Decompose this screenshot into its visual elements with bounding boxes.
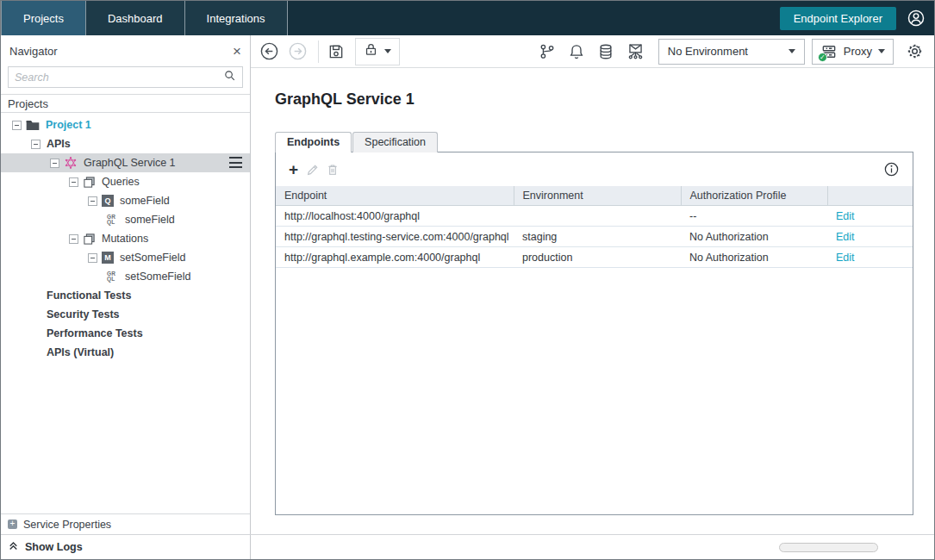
auth-lock-button[interactable] (355, 38, 400, 65)
double-chevron-up-icon (8, 540, 19, 554)
edit-link[interactable]: Edit (836, 210, 855, 222)
bell-icon[interactable] (568, 43, 585, 60)
tree-item-label: GraphQL Service 1 (84, 157, 176, 169)
tree-item-functional-tests[interactable]: Functional Tests (1, 286, 250, 305)
gear-icon[interactable] (906, 42, 924, 60)
tree-item-label: someField (120, 195, 170, 207)
caret-down-icon (384, 49, 391, 53)
navigator-panel: Navigator × Projects Project 1APIsGraphQ… (1, 35, 251, 534)
show-logs-button[interactable]: Show Logs (1, 535, 251, 559)
nav-tab-projects[interactable]: Projects (2, 1, 86, 35)
plus-box-icon: + (8, 520, 17, 529)
authorization-cell: No Authorization (681, 227, 827, 247)
tree-item-queries[interactable]: Queries (1, 172, 250, 191)
tree-item-setsomefield[interactable]: MsetSomeField (1, 248, 250, 267)
main-toolbar-right: No Environment ✓ Proxy (527, 39, 924, 65)
environment-cell: staging (514, 227, 681, 247)
environment-select[interactable]: No Environment (658, 39, 805, 65)
top-nav-right: Endpoint Explorer (780, 1, 934, 35)
projects-section-header[interactable]: Projects (1, 94, 250, 113)
back-icon[interactable] (259, 41, 279, 61)
search-box (8, 66, 243, 88)
endpoints-toolbar: + (276, 152, 913, 186)
check-badge-icon: ✓ (818, 53, 827, 62)
search-icon[interactable] (223, 69, 236, 85)
delete-icon[interactable] (326, 163, 340, 177)
toolbar-separator (318, 40, 319, 63)
page-title: GraphQL Service 1 (275, 90, 934, 109)
collapse-expander-icon[interactable] (12, 121, 22, 130)
top-nav-tabs: ProjectsDashboardIntegrations (1, 1, 288, 35)
service-properties-row[interactable]: + Service Properties (1, 513, 250, 534)
database-icon[interactable] (597, 43, 614, 60)
tree-item-performance-tests[interactable]: Performance Tests (1, 324, 250, 343)
collapse-expander-icon[interactable] (69, 177, 78, 187)
tree-item-setsomefield[interactable]: GRQLsetSomeField (1, 267, 250, 286)
graphql-field-icon: GRQL (107, 215, 119, 225)
horizontal-scrollbar[interactable] (779, 543, 878, 552)
tree-item-apis[interactable]: APIs (1, 134, 250, 153)
tree-item-somefield[interactable]: QsomeField (1, 191, 250, 210)
mutation-badge-icon: M (102, 252, 114, 264)
add-icon[interactable]: + (289, 161, 298, 177)
tree-item-label: Mutations (102, 233, 148, 245)
endpoints-panel: + (275, 152, 913, 515)
authorization-cell: -- (681, 206, 827, 227)
project-tree: Project 1APIsGraphQL Service 1QueriesQso… (1, 113, 250, 362)
layers-icon (83, 176, 96, 189)
edit-link[interactable]: Edit (836, 231, 855, 243)
table-row: http://localhost:4000/graphql--Edit (276, 206, 913, 227)
save-icon[interactable] (327, 43, 345, 60)
proxy-button[interactable]: ✓ Proxy (812, 39, 894, 65)
navigator-title: Navigator (9, 45, 58, 58)
folder-icon (26, 119, 40, 131)
tree-item-label: someField (125, 214, 175, 226)
collapse-expander-icon[interactable] (50, 159, 59, 168)
graphql-icon (64, 156, 78, 170)
action-cell: Edit (827, 247, 913, 268)
tree-item-somefield[interactable]: GRQLsomeField (1, 210, 250, 229)
tab-specification[interactable]: Specification (352, 132, 438, 152)
collapse-expander-icon[interactable] (88, 196, 97, 206)
nav-tab-integrations[interactable]: Integrations (185, 1, 288, 35)
main-toolbar: No Environment ✓ Proxy (251, 35, 934, 68)
tree-item-project-1[interactable]: Project 1 (1, 115, 250, 134)
environment-cell (514, 206, 681, 227)
tree-item-mutations[interactable]: Mutations (1, 229, 250, 248)
account-icon[interactable] (907, 9, 926, 28)
column-header-endpoint: Endpoint (276, 186, 514, 206)
edit-icon[interactable] (306, 163, 320, 177)
endpoint-cell: http://localhost:4000/graphql (276, 206, 514, 227)
action-cell: Edit (827, 206, 913, 227)
tree-item-label: APIs (47, 138, 71, 150)
tree-item-apis-virtual[interactable]: APIs (Virtual) (1, 343, 250, 362)
collapse-expander-icon[interactable] (31, 140, 41, 149)
status-bar: Show Logs (1, 534, 934, 559)
collapse-expander-icon[interactable] (69, 234, 78, 244)
tree-item-graphql-service-1[interactable]: GraphQL Service 1 (1, 153, 250, 172)
tab-endpoints[interactable]: Endpoints (275, 132, 352, 152)
edit-link[interactable]: Edit (836, 252, 855, 264)
git-branch-icon[interactable] (539, 43, 556, 60)
endpoint-cell: http://graphql.testing-service.com:4000/… (276, 227, 514, 247)
app-window: ProjectsDashboardIntegrations Endpoint E… (0, 0, 935, 560)
tree-item-label: Project 1 (46, 119, 91, 131)
endpoints-table: EndpointEnvironmentAuthorization Profile… (276, 186, 913, 268)
nav-tab-dashboard[interactable]: Dashboard (86, 1, 185, 35)
api-hub-icon[interactable] (626, 42, 645, 60)
column-header-authorization-profile: Authorization Profile (681, 186, 827, 206)
collapse-expander-icon[interactable] (88, 253, 97, 263)
tree-item-security-tests[interactable]: Security Tests (1, 305, 250, 324)
caret-down-icon (878, 49, 885, 53)
close-icon[interactable]: × (233, 44, 241, 59)
query-badge-icon: Q (102, 195, 114, 207)
info-icon[interactable] (883, 161, 900, 177)
graphql-field-icon: GRQL (107, 271, 119, 282)
layers-icon (83, 233, 96, 246)
search-input[interactable] (15, 72, 223, 84)
menu-icon[interactable] (229, 157, 242, 168)
endpoint-cell: http://graphql.example.com:4000/graphql (276, 247, 514, 268)
endpoint-explorer-button[interactable]: Endpoint Explorer (780, 7, 896, 30)
caret-down-icon (789, 49, 795, 53)
column-header-environment: Environment (514, 186, 681, 206)
